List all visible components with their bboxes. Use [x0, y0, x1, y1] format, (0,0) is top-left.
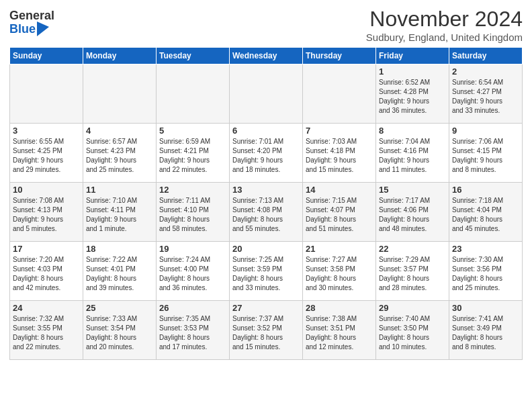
- weekday-header: Saturday: [449, 48, 523, 64]
- calendar-cell: 29Sunrise: 7:40 AM Sunset: 3:50 PM Dayli…: [376, 301, 449, 360]
- weekday-header: Sunday: [10, 48, 83, 64]
- day-number: 8: [379, 126, 446, 136]
- month-title: November 2024: [366, 7, 523, 32]
- weekday-header: Thursday: [303, 48, 376, 64]
- day-info: Sunrise: 7:29 AM Sunset: 3:57 PM Dayligh…: [379, 255, 446, 293]
- day-number: 16: [452, 185, 519, 195]
- day-number: 30: [452, 303, 519, 313]
- calendar-cell: 12Sunrise: 7:11 AM Sunset: 4:10 PM Dayli…: [157, 183, 230, 242]
- calendar-cell: 27Sunrise: 7:37 AM Sunset: 3:52 PM Dayli…: [230, 301, 303, 360]
- day-number: 4: [86, 126, 153, 136]
- day-info: Sunrise: 7:24 AM Sunset: 4:00 PM Dayligh…: [159, 255, 226, 293]
- calendar-cell: 23Sunrise: 7:30 AM Sunset: 3:56 PM Dayli…: [449, 242, 523, 301]
- calendar-cell: 6Sunrise: 7:01 AM Sunset: 4:20 PM Daylig…: [230, 124, 303, 183]
- day-info: Sunrise: 7:01 AM Sunset: 4:20 PM Dayligh…: [232, 137, 300, 175]
- day-number: 10: [13, 185, 80, 195]
- calendar-cell: 18Sunrise: 7:22 AM Sunset: 4:01 PM Dayli…: [83, 242, 157, 301]
- day-info: Sunrise: 7:41 AM Sunset: 3:49 PM Dayligh…: [452, 314, 519, 352]
- calendar-cell: 9Sunrise: 7:06 AM Sunset: 4:15 PM Daylig…: [449, 124, 523, 183]
- day-number: 20: [232, 244, 300, 254]
- day-number: 26: [159, 303, 226, 313]
- day-number: 12: [159, 185, 226, 195]
- day-info: Sunrise: 7:30 AM Sunset: 3:56 PM Dayligh…: [452, 255, 519, 293]
- calendar-week-row: 24Sunrise: 7:32 AM Sunset: 3:55 PM Dayli…: [10, 301, 523, 360]
- calendar-cell: 2Sunrise: 6:54 AM Sunset: 4:27 PM Daylig…: [449, 64, 523, 124]
- calendar-cell: 14Sunrise: 7:15 AM Sunset: 4:07 PM Dayli…: [303, 183, 376, 242]
- day-info: Sunrise: 7:11 AM Sunset: 4:10 PM Dayligh…: [159, 196, 226, 234]
- calendar-cell: 19Sunrise: 7:24 AM Sunset: 4:00 PM Dayli…: [157, 242, 230, 301]
- logo: General Blue: [9, 9, 54, 36]
- header: General Blue November 2024 Sudbury, Engl…: [9, 7, 523, 43]
- calendar-cell: 22Sunrise: 7:29 AM Sunset: 3:57 PM Dayli…: [376, 242, 449, 301]
- day-info: Sunrise: 7:35 AM Sunset: 3:53 PM Dayligh…: [159, 314, 226, 352]
- day-info: Sunrise: 6:59 AM Sunset: 4:21 PM Dayligh…: [159, 137, 226, 175]
- calendar-cell: 4Sunrise: 6:57 AM Sunset: 4:23 PM Daylig…: [83, 124, 157, 183]
- logo-blue: Blue: [9, 23, 36, 36]
- day-number: 13: [232, 185, 300, 195]
- calendar-cell: 3Sunrise: 6:55 AM Sunset: 4:25 PM Daylig…: [10, 124, 83, 183]
- day-info: Sunrise: 7:18 AM Sunset: 4:04 PM Dayligh…: [452, 196, 519, 234]
- day-number: 15: [379, 185, 446, 195]
- day-info: Sunrise: 7:17 AM Sunset: 4:06 PM Dayligh…: [379, 196, 446, 234]
- day-info: Sunrise: 7:32 AM Sunset: 3:55 PM Dayligh…: [13, 314, 80, 352]
- day-number: 24: [13, 303, 80, 313]
- calendar-week-row: 10Sunrise: 7:08 AM Sunset: 4:13 PM Dayli…: [10, 183, 523, 242]
- day-info: Sunrise: 6:57 AM Sunset: 4:23 PM Dayligh…: [86, 137, 153, 175]
- day-number: 28: [306, 303, 373, 313]
- calendar-cell: 15Sunrise: 7:17 AM Sunset: 4:06 PM Dayli…: [376, 183, 449, 242]
- weekday-header: Monday: [83, 48, 157, 64]
- day-info: Sunrise: 7:33 AM Sunset: 3:54 PM Dayligh…: [86, 314, 153, 352]
- day-number: 14: [306, 185, 373, 195]
- day-info: Sunrise: 7:27 AM Sunset: 3:58 PM Dayligh…: [306, 255, 373, 293]
- day-info: Sunrise: 7:04 AM Sunset: 4:16 PM Dayligh…: [379, 137, 446, 175]
- day-number: 22: [379, 244, 446, 254]
- day-info: Sunrise: 7:10 AM Sunset: 4:11 PM Dayligh…: [86, 196, 153, 234]
- day-info: Sunrise: 6:54 AM Sunset: 4:27 PM Dayligh…: [452, 78, 519, 116]
- calendar-cell: [303, 64, 376, 124]
- day-number: 6: [232, 126, 300, 136]
- calendar-cell: 5Sunrise: 6:59 AM Sunset: 4:21 PM Daylig…: [157, 124, 230, 183]
- day-info: Sunrise: 7:25 AM Sunset: 3:59 PM Dayligh…: [232, 255, 300, 293]
- calendar-cell: 10Sunrise: 7:08 AM Sunset: 4:13 PM Dayli…: [10, 183, 83, 242]
- day-number: 19: [159, 244, 226, 254]
- calendar-cell: 28Sunrise: 7:38 AM Sunset: 3:51 PM Dayli…: [303, 301, 376, 360]
- day-info: Sunrise: 6:55 AM Sunset: 4:25 PM Dayligh…: [13, 137, 80, 175]
- day-info: Sunrise: 7:20 AM Sunset: 4:03 PM Dayligh…: [13, 255, 80, 293]
- calendar-cell: 25Sunrise: 7:33 AM Sunset: 3:54 PM Dayli…: [83, 301, 157, 360]
- day-info: Sunrise: 7:22 AM Sunset: 4:01 PM Dayligh…: [86, 255, 153, 293]
- day-info: Sunrise: 7:06 AM Sunset: 4:15 PM Dayligh…: [452, 137, 519, 175]
- day-number: 17: [13, 244, 80, 254]
- calendar-week-row: 3Sunrise: 6:55 AM Sunset: 4:25 PM Daylig…: [10, 124, 523, 183]
- calendar-cell: 1Sunrise: 6:52 AM Sunset: 4:28 PM Daylig…: [376, 64, 449, 124]
- calendar-cell: 8Sunrise: 7:04 AM Sunset: 4:16 PM Daylig…: [376, 124, 449, 183]
- calendar-cell: 30Sunrise: 7:41 AM Sunset: 3:49 PM Dayli…: [449, 301, 523, 360]
- header-row: SundayMondayTuesdayWednesdayThursdayFrid…: [10, 48, 523, 64]
- day-number: 25: [86, 303, 153, 313]
- day-number: 9: [452, 126, 519, 136]
- day-number: 1: [379, 66, 446, 77]
- calendar-cell: 26Sunrise: 7:35 AM Sunset: 3:53 PM Dayli…: [157, 301, 230, 360]
- day-info: Sunrise: 7:08 AM Sunset: 4:13 PM Dayligh…: [13, 196, 80, 234]
- calendar-cell: 24Sunrise: 7:32 AM Sunset: 3:55 PM Dayli…: [10, 301, 83, 360]
- title-section: November 2024 Sudbury, England, United K…: [366, 7, 523, 43]
- calendar-cell: 16Sunrise: 7:18 AM Sunset: 4:04 PM Dayli…: [449, 183, 523, 242]
- calendar-cell: 13Sunrise: 7:13 AM Sunset: 4:08 PM Dayli…: [230, 183, 303, 242]
- location: Sudbury, England, United Kingdom: [366, 32, 523, 43]
- calendar-cell: 17Sunrise: 7:20 AM Sunset: 4:03 PM Dayli…: [10, 242, 83, 301]
- weekday-header: Friday: [376, 48, 449, 64]
- calendar-cell: [10, 64, 83, 124]
- calendar-cell: 11Sunrise: 7:10 AM Sunset: 4:11 PM Dayli…: [83, 183, 157, 242]
- calendar-cell: [230, 64, 303, 124]
- calendar-cell: 21Sunrise: 7:27 AM Sunset: 3:58 PM Dayli…: [303, 242, 376, 301]
- day-info: Sunrise: 7:03 AM Sunset: 4:18 PM Dayligh…: [306, 137, 373, 175]
- calendar-header: SundayMondayTuesdayWednesdayThursdayFrid…: [10, 48, 523, 64]
- logo-icon: [37, 21, 49, 36]
- day-number: 29: [379, 303, 446, 313]
- day-number: 2: [452, 66, 519, 77]
- day-number: 18: [86, 244, 153, 254]
- day-number: 7: [306, 126, 373, 136]
- day-info: Sunrise: 7:15 AM Sunset: 4:07 PM Dayligh…: [306, 196, 373, 234]
- calendar-table: SundayMondayTuesdayWednesdayThursdayFrid…: [9, 47, 523, 360]
- day-number: 5: [159, 126, 226, 136]
- calendar-body: 1Sunrise: 6:52 AM Sunset: 4:28 PM Daylig…: [10, 64, 523, 360]
